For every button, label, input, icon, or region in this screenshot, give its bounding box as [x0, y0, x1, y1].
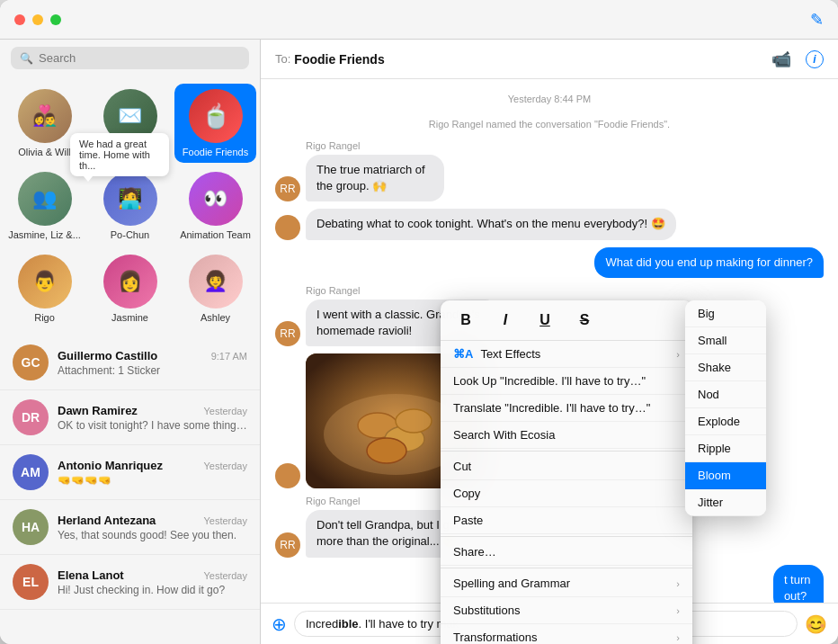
traffic-lights [14, 14, 61, 25]
conv-list: GC Guillermo Castillo 9:17 AM Attachment… [0, 335, 260, 644]
sm-item-bloom[interactable]: Bloom [685, 462, 766, 489]
search-icon: 🔍 [20, 52, 33, 65]
sm-item-big[interactable]: Big [685, 300, 766, 327]
message-row-outgoing: What did you end up making for dinner? [275, 247, 824, 278]
conv-avatar: HA [13, 509, 49, 545]
sm-item-small[interactable]: Small [685, 327, 766, 354]
conv-avatar: GC [13, 344, 49, 380]
avatar-item-rigo[interactable]: 👨 Rigo [4, 249, 85, 328]
avatar-item-ashley[interactable]: 👩‍🦱 Ashley [174, 249, 256, 328]
conv-preview: Hi! Just checking in. How did it go? [58, 584, 247, 596]
avatar-label: Jasmine, Liz &... [8, 229, 81, 240]
tooltip: We had a great time. Home with th... [70, 133, 169, 176]
conv-content: Guillermo Castillo 9:17 AM Attachment: 1… [58, 349, 247, 377]
conv-avatar: EL [13, 564, 49, 600]
conv-avatar: DR [13, 399, 49, 435]
strikethrough-button[interactable]: S [572, 308, 597, 333]
video-call-icon[interactable]: 📹 [771, 49, 791, 69]
italic-button[interactable]: I [493, 308, 518, 333]
cm-item-text: Paste [453, 514, 483, 527]
conv-time: 9:17 AM [211, 351, 247, 362]
avatar-item-jasmine[interactable]: 👩 Jasmine [89, 249, 171, 328]
conv-content: Antonio Manriquez Yesterday 🤜🤜🤜🤜 [58, 459, 247, 487]
text-effects-submenu: Big Small Shake Nod Explode Ripple Bloom… [685, 300, 766, 516]
cm-item-substitutions[interactable]: Substitutions › [441, 597, 692, 624]
text-effects-icon: ⌘A [453, 347, 473, 361]
cm-item-text: Look Up "Incredible. I'll have to try…" [453, 374, 646, 388]
sm-item-explode[interactable]: Explode [685, 408, 766, 435]
cm-item-share[interactable]: Share… [441, 539, 692, 566]
cm-item-text-effects[interactable]: ⌘A Text Effects › [441, 341, 692, 368]
close-button[interactable] [14, 14, 25, 25]
msg-avatar: RR [275, 176, 300, 201]
avatar-circle: 👥 [18, 172, 72, 226]
conv-item-elena[interactable]: EL Elena Lanot Yesterday Hi! Just checki… [0, 555, 260, 610]
conv-name: Elena Lanot [58, 568, 124, 582]
conv-name: Antonio Manriquez [58, 459, 163, 472]
chevron-right-icon: › [676, 605, 680, 616]
cm-item-paste[interactable]: Paste [441, 507, 692, 534]
conv-time: Yesterday [203, 406, 247, 416]
conv-item-guillermo[interactable]: GC Guillermo Castillo 9:17 AM Attachment… [0, 335, 260, 390]
add-attachment-button[interactable]: ⊕ [272, 613, 287, 635]
cm-toolbar: B I U S [441, 300, 692, 341]
cm-item-translate[interactable]: Translate "Incredible. I'll have to try…… [441, 395, 692, 422]
cm-item-transformations[interactable]: Transformations › [441, 624, 692, 644]
cm-item-search-ecosia[interactable]: Search With Ecosia [441, 422, 692, 449]
conv-header-row: Herland Antezana Yesterday [58, 514, 247, 527]
avatar-item-foodie-friends[interactable]: 🍵 Foodie Friends [174, 84, 256, 163]
conv-header-row: Antonio Manriquez Yesterday [58, 459, 247, 472]
message-input-text[interactable]: Incredible. I'll have to try mak [306, 617, 459, 631]
fullscreen-button[interactable] [50, 14, 61, 25]
system-msg: Rigo Rangel named the conversation "Food… [275, 119, 824, 130]
conv-item-antonio[interactable]: AM Antonio Manriquez Yesterday 🤜🤜🤜🤜 [0, 445, 260, 500]
cm-item-copy[interactable]: Copy [441, 480, 692, 507]
compose-icon[interactable]: ✎ [810, 10, 824, 30]
avatar-item-animation-team[interactable]: 👀 Animation Team [174, 166, 256, 246]
cm-item-text: Translate "Incredible. I'll have to try…… [453, 401, 650, 415]
cm-item-look-up[interactable]: Look Up "Incredible. I'll have to try…" [441, 368, 692, 395]
conv-preview: OK to visit tonight? I have some things … [58, 419, 247, 432]
msg-avatar: RR [275, 321, 300, 346]
main-layout: 🔍 👩‍❤️‍👨 Olivia & Will ✉️ Penpals [0, 40, 838, 644]
conv-name: Dawn Ramirez [58, 404, 138, 417]
conv-item-herland[interactable]: HA Herland Antezana Yesterday Yes, that … [0, 500, 260, 555]
avatar-item-po-chun[interactable]: 🧑‍💻 Po-Chun [89, 166, 171, 246]
conv-time: Yesterday [203, 461, 247, 471]
avatar-label: Foodie Friends [183, 147, 248, 157]
conv-item-dawn[interactable]: DR Dawn Ramirez Yesterday OK to visit to… [0, 390, 260, 445]
conv-name: Guillermo Castillo [58, 349, 157, 362]
separator [441, 451, 692, 452]
avatar-circle: 👀 [189, 172, 243, 226]
context-menu: B I U S ⌘A Text Effects › Look Up "Incre… [441, 300, 692, 644]
cm-item-spelling[interactable]: Spelling and Grammar › [441, 570, 692, 597]
message-row: Debating what to cook tonight. What's on… [275, 209, 824, 239]
cm-item-text: Spelling and Grammar [453, 577, 570, 590]
emoji-button[interactable]: 😊 [805, 613, 827, 635]
title-bar: ✎ [0, 0, 838, 40]
sm-item-jitter[interactable]: Jitter [685, 489, 766, 516]
sm-item-nod[interactable]: Nod [685, 381, 766, 408]
avatar-label: Olivia & Will [18, 147, 71, 157]
minimize-button[interactable] [32, 14, 43, 25]
search-input[interactable] [39, 51, 240, 65]
svg-point-5 [396, 409, 432, 433]
sidebar: 🔍 👩‍❤️‍👨 Olivia & Will ✉️ Penpals [0, 40, 261, 644]
avatar-circle: 👨 [18, 255, 72, 309]
bold-button[interactable]: B [453, 308, 478, 333]
cm-item-cut[interactable]: Cut [441, 453, 692, 480]
cm-item-text: Copy [453, 487, 480, 500]
avatar-item-jasmine-liz[interactable]: 👥 Jasmine, Liz &... [4, 166, 85, 246]
cm-item-text: Transformations [453, 631, 537, 644]
chat-header: To: Foodie Friends 📹 i [261, 40, 838, 79]
underline-button[interactable]: U [532, 308, 557, 333]
chevron-right-icon: › [676, 578, 680, 589]
avatar-label: Po-Chun [111, 229, 149, 240]
system-time: Yesterday 8:44 PM [275, 94, 824, 104]
info-icon[interactable]: i [806, 50, 824, 68]
chevron-right-icon: › [676, 349, 680, 360]
conv-time: Yesterday [203, 515, 247, 526]
sender-name: Rigo Rangel [306, 140, 509, 151]
sm-item-shake[interactable]: Shake [685, 354, 766, 381]
sm-item-ripple[interactable]: Ripple [685, 435, 766, 462]
